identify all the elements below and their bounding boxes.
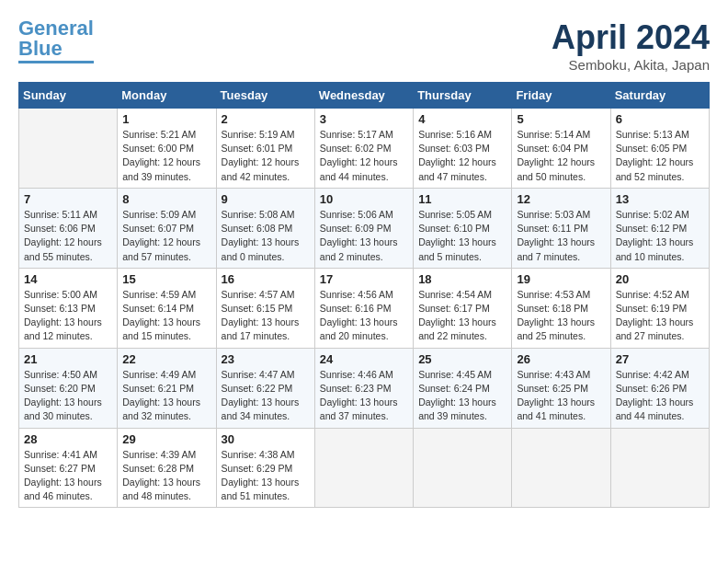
week-row-3: 14Sunrise: 5:00 AM Sunset: 6:13 PM Dayli…	[19, 268, 710, 348]
day-number: 28	[24, 432, 112, 446]
day-info: Sunrise: 5:09 AM Sunset: 6:07 PM Dayligh…	[122, 208, 210, 264]
day-number: 2	[222, 112, 310, 126]
calendar-cell: 19Sunrise: 4:53 AM Sunset: 6:18 PM Dayli…	[512, 268, 610, 348]
day-info: Sunrise: 4:53 AM Sunset: 6:18 PM Dayligh…	[517, 288, 605, 344]
day-number: 22	[122, 352, 210, 366]
title-area: April 2024 Semboku, Akita, Japan	[552, 18, 710, 73]
col-header-wednesday: Wednesday	[314, 83, 413, 109]
day-number: 5	[517, 112, 605, 126]
col-header-tuesday: Tuesday	[216, 83, 314, 109]
day-number: 25	[418, 352, 506, 366]
logo-text: General Blue	[18, 18, 94, 59]
col-header-saturday: Saturday	[610, 83, 709, 109]
header-row: SundayMondayTuesdayWednesdayThursdayFrid…	[19, 83, 710, 109]
day-info: Sunrise: 5:17 AM Sunset: 6:02 PM Dayligh…	[320, 128, 408, 184]
day-info: Sunrise: 4:57 AM Sunset: 6:15 PM Dayligh…	[222, 288, 310, 344]
day-info: Sunrise: 4:45 AM Sunset: 6:24 PM Dayligh…	[418, 368, 506, 424]
calendar-cell: 9Sunrise: 5:08 AM Sunset: 6:08 PM Daylig…	[216, 188, 314, 268]
day-info: Sunrise: 5:21 AM Sunset: 6:00 PM Dayligh…	[122, 128, 210, 184]
calendar-cell: 8Sunrise: 5:09 AM Sunset: 6:07 PM Daylig…	[118, 188, 216, 268]
day-info: Sunrise: 5:11 AM Sunset: 6:06 PM Dayligh…	[24, 208, 112, 264]
page-header: General Blue April 2024 Semboku, Akita, …	[18, 18, 710, 73]
day-info: Sunrise: 4:38 AM Sunset: 6:29 PM Dayligh…	[222, 448, 310, 504]
day-info: Sunrise: 4:59 AM Sunset: 6:14 PM Dayligh…	[122, 288, 210, 344]
day-info: Sunrise: 5:06 AM Sunset: 6:09 PM Dayligh…	[320, 208, 408, 264]
day-info: Sunrise: 5:08 AM Sunset: 6:08 PM Dayligh…	[222, 208, 310, 264]
calendar-cell: 2Sunrise: 5:19 AM Sunset: 6:01 PM Daylig…	[216, 109, 314, 189]
day-number: 3	[320, 112, 408, 126]
day-number: 16	[222, 272, 310, 286]
calendar-cell: 17Sunrise: 4:56 AM Sunset: 6:16 PM Dayli…	[314, 268, 413, 348]
day-number: 17	[320, 272, 408, 286]
day-info: Sunrise: 4:54 AM Sunset: 6:17 PM Dayligh…	[418, 288, 506, 344]
day-info: Sunrise: 5:14 AM Sunset: 6:04 PM Dayligh…	[517, 128, 605, 184]
day-number: 4	[418, 112, 506, 126]
day-info: Sunrise: 4:50 AM Sunset: 6:20 PM Dayligh…	[24, 368, 112, 424]
day-info: Sunrise: 4:39 AM Sunset: 6:28 PM Dayligh…	[122, 448, 210, 504]
calendar-cell: 11Sunrise: 5:05 AM Sunset: 6:10 PM Dayli…	[414, 188, 512, 268]
calendar-cell: 22Sunrise: 4:49 AM Sunset: 6:21 PM Dayli…	[118, 348, 216, 428]
day-number: 8	[122, 192, 210, 206]
day-info: Sunrise: 4:56 AM Sunset: 6:16 PM Dayligh…	[320, 288, 408, 344]
logo-underline	[18, 61, 94, 63]
col-header-sunday: Sunday	[19, 83, 118, 109]
col-header-monday: Monday	[118, 83, 216, 109]
day-number: 26	[517, 352, 605, 366]
day-info: Sunrise: 4:47 AM Sunset: 6:22 PM Dayligh…	[222, 368, 310, 424]
week-row-1: 1Sunrise: 5:21 AM Sunset: 6:00 PM Daylig…	[19, 109, 710, 189]
day-info: Sunrise: 4:43 AM Sunset: 6:25 PM Dayligh…	[517, 368, 605, 424]
calendar-cell: 16Sunrise: 4:57 AM Sunset: 6:15 PM Dayli…	[216, 268, 314, 348]
calendar-cell: 1Sunrise: 5:21 AM Sunset: 6:00 PM Daylig…	[118, 109, 216, 189]
day-info: Sunrise: 4:42 AM Sunset: 6:26 PM Dayligh…	[616, 368, 704, 424]
calendar-cell: 13Sunrise: 5:02 AM Sunset: 6:12 PM Dayli…	[610, 188, 709, 268]
day-number: 20	[616, 272, 704, 286]
day-number: 19	[517, 272, 605, 286]
calendar-cell: 25Sunrise: 4:45 AM Sunset: 6:24 PM Dayli…	[414, 348, 512, 428]
col-header-thursday: Thursday	[414, 83, 512, 109]
calendar-cell: 10Sunrise: 5:06 AM Sunset: 6:09 PM Dayli…	[314, 188, 413, 268]
logo: General Blue	[18, 18, 94, 63]
day-number: 14	[24, 272, 112, 286]
day-info: Sunrise: 5:00 AM Sunset: 6:13 PM Dayligh…	[24, 288, 112, 344]
day-number: 11	[418, 192, 506, 206]
week-row-4: 21Sunrise: 4:50 AM Sunset: 6:20 PM Dayli…	[19, 348, 710, 428]
month-title: April 2024	[552, 18, 710, 57]
day-info: Sunrise: 4:52 AM Sunset: 6:19 PM Dayligh…	[616, 288, 704, 344]
calendar-cell: 28Sunrise: 4:41 AM Sunset: 6:27 PM Dayli…	[19, 428, 118, 508]
calendar-cell: 5Sunrise: 5:14 AM Sunset: 6:04 PM Daylig…	[512, 109, 610, 189]
calendar-cell: 29Sunrise: 4:39 AM Sunset: 6:28 PM Dayli…	[118, 428, 216, 508]
col-header-friday: Friday	[512, 83, 610, 109]
day-info: Sunrise: 4:41 AM Sunset: 6:27 PM Dayligh…	[24, 448, 112, 504]
day-number: 15	[122, 272, 210, 286]
calendar-cell: 26Sunrise: 4:43 AM Sunset: 6:25 PM Dayli…	[512, 348, 610, 428]
day-info: Sunrise: 5:19 AM Sunset: 6:01 PM Dayligh…	[222, 128, 310, 184]
day-info: Sunrise: 5:02 AM Sunset: 6:12 PM Dayligh…	[616, 208, 704, 264]
calendar-cell: 7Sunrise: 5:11 AM Sunset: 6:06 PM Daylig…	[19, 188, 118, 268]
calendar-cell: 15Sunrise: 4:59 AM Sunset: 6:14 PM Dayli…	[118, 268, 216, 348]
day-number: 1	[122, 112, 210, 126]
day-number: 23	[222, 352, 310, 366]
day-number: 12	[517, 192, 605, 206]
logo-blue: Blue	[18, 37, 63, 60]
calendar-cell	[19, 109, 118, 189]
calendar-cell: 14Sunrise: 5:00 AM Sunset: 6:13 PM Dayli…	[19, 268, 118, 348]
day-number: 27	[616, 352, 704, 366]
calendar-cell: 24Sunrise: 4:46 AM Sunset: 6:23 PM Dayli…	[314, 348, 413, 428]
day-info: Sunrise: 5:13 AM Sunset: 6:05 PM Dayligh…	[616, 128, 704, 184]
calendar-cell	[610, 428, 709, 508]
calendar-cell: 30Sunrise: 4:38 AM Sunset: 6:29 PM Dayli…	[216, 428, 314, 508]
day-number: 24	[320, 352, 408, 366]
calendar-cell	[512, 428, 610, 508]
calendar-cell: 20Sunrise: 4:52 AM Sunset: 6:19 PM Dayli…	[610, 268, 709, 348]
day-number: 18	[418, 272, 506, 286]
week-row-2: 7Sunrise: 5:11 AM Sunset: 6:06 PM Daylig…	[19, 188, 710, 268]
day-number: 6	[616, 112, 704, 126]
day-number: 21	[24, 352, 112, 366]
calendar-cell: 12Sunrise: 5:03 AM Sunset: 6:11 PM Dayli…	[512, 188, 610, 268]
day-info: Sunrise: 5:03 AM Sunset: 6:11 PM Dayligh…	[517, 208, 605, 264]
day-info: Sunrise: 5:16 AM Sunset: 6:03 PM Dayligh…	[418, 128, 506, 184]
day-number: 13	[616, 192, 704, 206]
calendar-cell: 3Sunrise: 5:17 AM Sunset: 6:02 PM Daylig…	[314, 109, 413, 189]
day-number: 7	[24, 192, 112, 206]
calendar-cell: 6Sunrise: 5:13 AM Sunset: 6:05 PM Daylig…	[610, 109, 709, 189]
